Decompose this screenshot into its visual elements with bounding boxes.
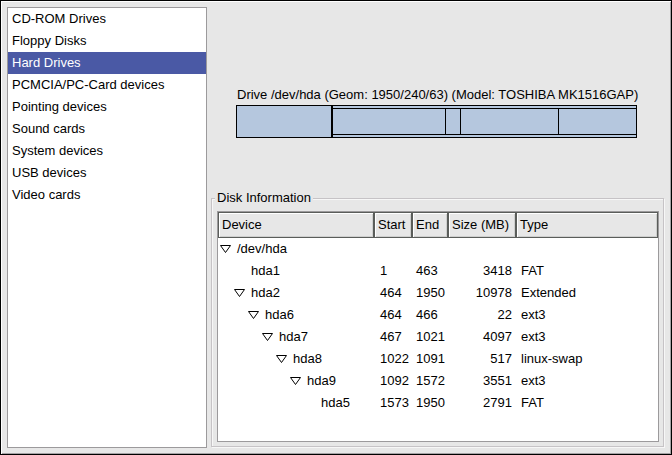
device-name: hda9 [307, 370, 336, 392]
cell-start: 1 [375, 260, 413, 282]
cell-size: 10978 [449, 282, 517, 304]
cell-start: 1573 [375, 392, 413, 414]
cell-end: 1091 [413, 348, 449, 370]
sidebar-item-system-devices[interactable]: System devices [8, 140, 206, 162]
cell-size: 517 [449, 348, 517, 370]
cell-device: hda6 [218, 304, 375, 326]
device-name: hda1 [251, 260, 280, 282]
cell-size: 22 [449, 304, 517, 326]
partition-row-hda1[interactable]: hda114633418FAT [218, 260, 658, 282]
partition-table: DeviceStartEndSize (MB)Type /dev/hdahda1… [217, 211, 659, 442]
device-name: hda2 [251, 282, 280, 304]
cell-end: 463 [413, 260, 449, 282]
cell-end: 1950 [413, 282, 449, 304]
cell-size: 2791 [449, 392, 517, 414]
cell-size: 3551 [449, 370, 517, 392]
partition-row-hda5[interactable]: hda5157319502791FAT [218, 392, 658, 414]
partition-row-hda6[interactable]: hda646446622ext3 [218, 304, 658, 326]
cell-device: hda1 [218, 260, 375, 282]
partition-row--dev-hda[interactable]: /dev/hda [218, 238, 658, 260]
column-header-start[interactable]: Start [374, 212, 412, 238]
partition-row-hda2[interactable]: hda2464195010978Extended [218, 282, 658, 304]
cell-type: linux-swap [517, 348, 658, 370]
column-header-type[interactable]: Type [516, 212, 658, 238]
cell-start: 464 [375, 282, 413, 304]
expander-icon[interactable] [290, 377, 301, 385]
device-name: /dev/hda [237, 238, 287, 260]
sidebar-item-pointing-devices[interactable]: Pointing devices [8, 96, 206, 118]
cell-size: 4097 [449, 326, 517, 348]
sidebar-item-video-cards[interactable]: Video cards [8, 184, 206, 206]
cell-end: 466 [413, 304, 449, 326]
device-name: hda5 [321, 392, 350, 414]
cell-end: 1572 [413, 370, 449, 392]
cell-device: hda2 [218, 282, 375, 304]
device-name: hda8 [293, 348, 322, 370]
column-header-end[interactable]: End [412, 212, 448, 238]
device-category-list: CD-ROM DrivesFloppy DisksHard DrivesPCMC… [7, 7, 207, 448]
cell-type [517, 238, 658, 260]
expander-icon[interactable] [276, 355, 287, 363]
sidebar-item-floppy-disks[interactable]: Floppy Disks [8, 30, 206, 52]
cell-start: 1092 [375, 370, 413, 392]
cell-type: ext3 [517, 326, 658, 348]
cell-type: ext3 [517, 370, 658, 392]
hardware-browser-window: CD-ROM DrivesFloppy DisksHard DrivesPCMC… [0, 0, 672, 455]
sidebar-item-cd-rom-drives[interactable]: CD-ROM Drives [8, 8, 206, 30]
sidebar-item-sound-cards[interactable]: Sound cards [8, 118, 206, 140]
cell-start: 1022 [375, 348, 413, 370]
expander-icon[interactable] [220, 245, 231, 253]
sidebar-item-usb-devices[interactable]: USB devices [8, 162, 206, 184]
cell-end: 1021 [413, 326, 449, 348]
cell-size [449, 238, 517, 260]
sidebar-item-hard-drives[interactable]: Hard Drives [8, 52, 206, 74]
cell-end: 1950 [413, 392, 449, 414]
disk-information-title: Disk Information [215, 191, 313, 205]
partition-row-hda7[interactable]: hda746710214097ext3 [218, 326, 658, 348]
cell-start [375, 238, 413, 260]
cell-device: hda9 [218, 370, 375, 392]
cell-device: hda8 [218, 348, 375, 370]
partition-table-header: DeviceStartEndSize (MB)Type [218, 212, 658, 238]
drive-partition-bar [236, 105, 637, 138]
cell-device: /dev/hda [218, 238, 375, 260]
cell-start: 467 [375, 326, 413, 348]
sidebar-item-pcmcia-pc-card-devices[interactable]: PCMCIA/PC-Card devices [8, 74, 206, 96]
drive-description-label: Drive /dev/hda (Geom: 1950/240/63) (Mode… [237, 87, 638, 102]
cell-type: Extended [517, 282, 658, 304]
expander-icon[interactable] [248, 311, 259, 319]
partition-table-body: /dev/hdahda114633418FAThda2464195010978E… [218, 238, 658, 414]
expander-icon[interactable] [262, 333, 273, 341]
cell-size: 3418 [449, 260, 517, 282]
device-name: hda7 [279, 326, 308, 348]
partition-row-hda8[interactable]: hda810221091517linux-swap [218, 348, 658, 370]
cell-type: FAT [517, 260, 658, 282]
partition-row-hda9[interactable]: hda9109215723551ext3 [218, 370, 658, 392]
cell-type: FAT [517, 392, 658, 414]
device-name: hda6 [265, 304, 294, 326]
cell-device: hda7 [218, 326, 375, 348]
cell-end [413, 238, 449, 260]
cell-type: ext3 [517, 304, 658, 326]
column-header-device[interactable]: Device [218, 212, 374, 238]
cell-start: 464 [375, 304, 413, 326]
expander-icon[interactable] [234, 289, 245, 297]
column-header-size-mb-[interactable]: Size (MB) [448, 212, 516, 238]
cell-device: hda5 [218, 392, 375, 414]
